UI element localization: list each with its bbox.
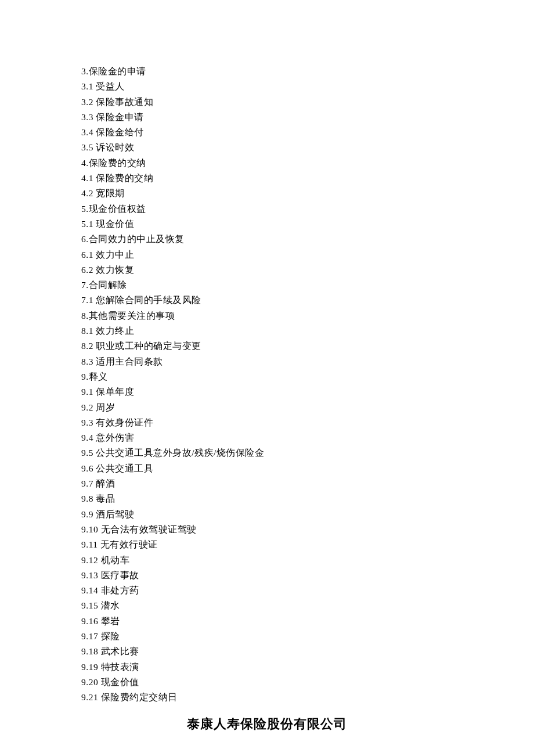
- toc-item: 9.4 意外伤害: [81, 430, 534, 445]
- toc-item: 9.13 医疗事故: [81, 568, 534, 583]
- toc-item: 9.1 保单年度: [81, 384, 534, 399]
- toc-item: 3.1 受益人: [81, 79, 534, 94]
- toc-item: 3.5 诉讼时效: [81, 140, 534, 155]
- toc-item: 8.3 适用主合同条款: [81, 354, 534, 369]
- table-of-contents: 3.保险金的申请 3.1 受益人 3.2 保险事故通知 3.3 保险金申请 3.…: [81, 64, 534, 705]
- company-name-heading: 泰康人寿保险股份有限公司: [0, 715, 534, 733]
- toc-item: 9.18 武术比赛: [81, 644, 534, 659]
- toc-item: 4.保险费的交纳: [81, 156, 534, 171]
- toc-item: 4.2 宽限期: [81, 186, 534, 201]
- toc-item: 9.20 现金价值: [81, 675, 534, 690]
- toc-item: 3.2 保险事故通知: [81, 95, 534, 110]
- toc-item: 7.1 您解除合同的手续及风险: [81, 293, 534, 308]
- toc-item: 9.2 周岁: [81, 400, 534, 415]
- toc-item: 3.3 保险金申请: [81, 110, 534, 125]
- toc-item: 6.2 效力恢复: [81, 262, 534, 278]
- toc-item: 9.7 醉酒: [81, 476, 534, 491]
- toc-item: 8.2 职业或工种的确定与变更: [81, 339, 534, 354]
- toc-item: 9.10 无合法有效驾驶证驾驶: [81, 522, 534, 537]
- toc-item: 8.1 效力终止: [81, 323, 534, 339]
- toc-item: 9.5 公共交通工具意外身故/残疾/烧伤保险金: [81, 445, 534, 460]
- toc-item: 9.释义: [81, 369, 534, 384]
- toc-item: 9.8 毒品: [81, 491, 534, 506]
- toc-item: 9.14 非处方药: [81, 583, 534, 598]
- toc-item: 7.合同解除: [81, 278, 534, 293]
- toc-item: 9.16 攀岩: [81, 614, 534, 629]
- toc-item: 6.1 效力中止: [81, 247, 534, 262]
- toc-item: 5.1 现金价值: [81, 217, 534, 232]
- toc-item: 3.保险金的申请: [81, 64, 534, 79]
- toc-item: 9.15 潜水: [81, 598, 534, 613]
- toc-item: 9.12 机动车: [81, 553, 534, 568]
- toc-item: 8.其他需要关注的事项: [81, 308, 534, 323]
- toc-item: 6.合同效力的中止及恢复: [81, 232, 534, 247]
- toc-item: 9.9 酒后驾驶: [81, 507, 534, 522]
- toc-item: 9.11 无有效行驶证: [81, 537, 534, 552]
- toc-item: 9.3 有效身份证件: [81, 415, 534, 430]
- toc-item: 4.1 保险费的交纳: [81, 171, 534, 186]
- toc-item: 9.21 保险费约定交纳日: [81, 690, 534, 705]
- toc-item: 9.19 特技表演: [81, 660, 534, 675]
- toc-item: 3.4 保险金给付: [81, 125, 534, 140]
- toc-item: 9.17 探险: [81, 629, 534, 644]
- toc-item: 5.现金价值权益: [81, 201, 534, 217]
- toc-item: 9.6 公共交通工具: [81, 461, 534, 476]
